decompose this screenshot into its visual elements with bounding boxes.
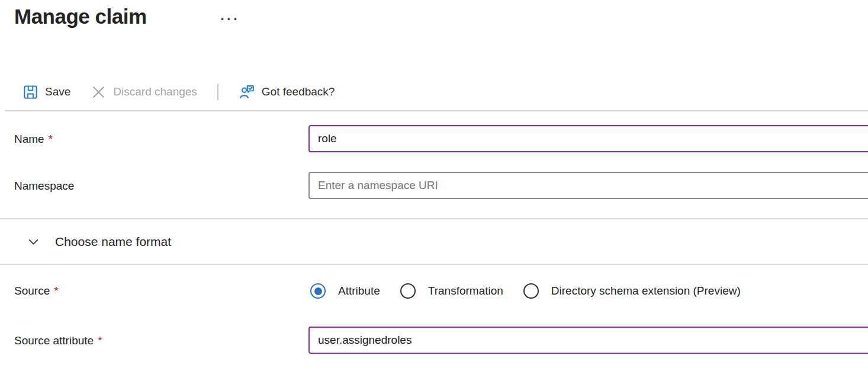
toolbar-divider [5, 110, 868, 111]
name-input[interactable] [308, 125, 868, 152]
radio-label-directory-schema-extension: Directory schema extension (Preview) [551, 284, 741, 298]
name-label-text: Name [14, 133, 44, 145]
discard-x-icon [91, 84, 107, 100]
radio-dot [314, 287, 322, 295]
radio-button-selected[interactable] [310, 283, 326, 299]
name-required-mark: * [49, 133, 53, 145]
discard-changes-label: Discard changes [113, 85, 197, 98]
got-feedback-button[interactable]: Got feedback? [239, 84, 335, 100]
page-title: Manage claim [14, 5, 147, 28]
radio-label-attribute: Attribute [338, 284, 380, 298]
radio-option-transformation[interactable]: Transformation [400, 283, 503, 299]
source-attribute-required-mark: * [98, 334, 102, 347]
save-button[interactable]: Save [22, 84, 70, 100]
discard-changes-button[interactable]: Discard changes [91, 84, 197, 100]
more-options-button[interactable]: ··· [218, 9, 242, 28]
got-feedback-label: Got feedback? [262, 85, 335, 98]
namespace-input[interactable] [308, 172, 868, 199]
source-attribute-input[interactable] [308, 327, 868, 354]
source-required-mark: * [54, 284, 58, 297]
toolbar-separator [217, 84, 218, 100]
command-bar: Save Discard changes Got feedback? [14, 79, 335, 104]
source-label-text: Source [14, 284, 50, 297]
source-field-label: Source* [14, 284, 59, 298]
save-label: Save [45, 85, 70, 98]
source-radio-group: Attribute Transformation Directory schem… [310, 277, 761, 305]
radio-button-unselected[interactable] [400, 283, 416, 299]
radio-label-transformation: Transformation [428, 284, 503, 298]
radio-option-directory-schema-extension[interactable]: Directory schema extension (Preview) [523, 283, 741, 299]
namespace-label-text: Namespace [14, 180, 74, 192]
namespace-field-label: Namespace [14, 180, 74, 193]
feedback-person-icon [239, 84, 255, 100]
chevron-down-icon [26, 234, 41, 249]
radio-button-unselected[interactable] [523, 283, 539, 299]
save-icon [22, 84, 38, 100]
choose-name-format-label: Choose name format [55, 235, 171, 249]
choose-name-format-section[interactable]: Choose name format [0, 218, 868, 265]
source-attribute-label-text: Source attribute [14, 334, 94, 347]
radio-option-attribute[interactable]: Attribute [310, 283, 380, 299]
name-field-label: Name* [14, 133, 53, 146]
source-attribute-field-label: Source attribute* [14, 334, 102, 347]
